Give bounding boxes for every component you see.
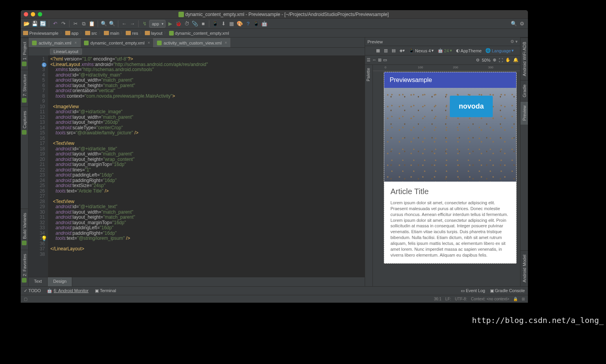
find-icon[interactable]: 🔍 [100, 20, 107, 27]
orientation-icon[interactable]: ◈▾ [398, 47, 406, 54]
settings-icon[interactable]: ⚙ [519, 20, 526, 27]
redo-icon[interactable]: ↷ [60, 20, 67, 27]
gear-icon[interactable]: ⚙ ▾ [510, 39, 518, 44]
preview-toolbar-1: ▦ ▥ ▤ ◈▾ 📱Nexus 4▾ 🤖24▾ ◐AppTheme 🌐Langu… [365, 46, 520, 55]
file-tab[interactable]: activity_with_custom_view.xml× [153, 38, 230, 47]
pan-hand-icon[interactable]: ✋ [505, 57, 511, 62]
tab-palette[interactable]: Palette [365, 65, 371, 84]
close-icon[interactable]: × [75, 41, 77, 45]
avd-icon[interactable]: 📱 [212, 20, 219, 27]
tab-favorites[interactable]: 2: Favorites [21, 250, 28, 286]
tab-build-variants[interactable]: Build Variants [21, 209, 28, 249]
tab-monitor[interactable]: 🤖 6: Android Monitor [47, 288, 88, 293]
tab-wifi-adb[interactable]: Android WiFi ADB [520, 37, 528, 80]
undo-icon[interactable]: ↶ [52, 20, 59, 27]
save-icon[interactable]: 💾 [31, 20, 38, 27]
inspect-icon[interactable]: ⊞ [522, 297, 525, 301]
hide-tool-icon[interactable]: ▢ [24, 297, 27, 301]
palette-rail: Palette [365, 65, 373, 286]
select-icon[interactable]: ☰ [367, 57, 371, 62]
viewport-icon[interactable]: ▦ [374, 47, 381, 54]
help-icon[interactable]: ? [244, 20, 251, 27]
code-content[interactable]: <?xml version="1.0" encoding="utf-8"?> <… [48, 55, 365, 277]
folder-icon [85, 31, 90, 35]
forward-icon[interactable]: → [129, 20, 136, 27]
crumb-item[interactable]: LinearLayout [50, 48, 82, 55]
tab-gradle-console[interactable]: ▣ Gradle Console [490, 288, 525, 293]
tab-gradle[interactable]: Gradle [520, 80, 528, 101]
viewport-icon[interactable]: ▥ [382, 47, 389, 54]
file-tab[interactable]: activity_main.xml× [29, 38, 80, 47]
open-icon[interactable]: 📂 [23, 20, 30, 27]
close-icon[interactable]: × [148, 41, 150, 45]
paste-icon[interactable]: 📋 [88, 20, 95, 27]
tool-icon[interactable]: ⊞ [378, 57, 381, 62]
api-combo[interactable]: 🤖24▾ [436, 47, 453, 54]
profile-icon[interactable]: ⏱ [183, 20, 190, 27]
tool-icon[interactable]: ▭ [383, 57, 387, 62]
build-icon[interactable]: ↯ [141, 20, 148, 27]
tab-todo[interactable]: ✓ TODO [24, 288, 41, 293]
breadcrumb-item[interactable]: app [65, 31, 78, 36]
tab-structure[interactable]: 7: Structure [21, 70, 28, 107]
sdk-icon[interactable]: ⬇ [220, 20, 227, 27]
device-icon[interactable]: 📱 [253, 20, 260, 27]
zoom-in-icon[interactable]: ⊕ [493, 57, 496, 62]
breadcrumb-item[interactable]: src [85, 31, 97, 36]
language-combo[interactable]: 🌐Language▾ [484, 47, 515, 54]
fit-icon[interactable]: ⛶ [499, 58, 503, 62]
cut-icon[interactable]: ✂ [72, 20, 79, 27]
breadcrumb-item[interactable]: Previewsample [23, 31, 59, 36]
tab-captures[interactable]: Captures [21, 107, 28, 139]
stop-icon[interactable]: ■ [200, 20, 207, 27]
code-editor[interactable]: C 💡 123456789101112131415161718192021222… [29, 55, 365, 277]
zoom-out-icon[interactable]: ⊖ [476, 57, 479, 62]
notify-icon[interactable]: 🔔 [513, 57, 519, 62]
tab-project[interactable]: 1: Project [21, 37, 28, 70]
watermark: http://blog.csdn.net/a_long_ [472, 316, 604, 325]
logo-banner: novoda [450, 96, 493, 117]
lock-icon[interactable]: 🔒 [513, 297, 518, 301]
xml-file-icon [169, 31, 174, 36]
intention-bulb-icon[interactable]: 💡 [41, 236, 46, 241]
breadcrumb-item[interactable]: res [126, 31, 138, 36]
back-icon[interactable]: ← [121, 20, 128, 27]
class-gutter-icon[interactable]: C [42, 62, 46, 67]
run-config-combo[interactable]: app [149, 20, 166, 28]
encoding[interactable]: UTF-8: [455, 297, 467, 301]
attach-icon[interactable]: 📎 [191, 20, 198, 27]
device-preview[interactable]: 0100200300 Previewsample novoda Article … [373, 65, 520, 286]
android-icon[interactable]: 🤖 [261, 20, 268, 27]
breadcrumb-item[interactable]: dynamic_content_empty.xml [169, 31, 229, 36]
tab-text[interactable]: Text [29, 277, 48, 286]
run-icon[interactable]: ▶ [167, 20, 174, 27]
replace-icon[interactable]: 🔍 [109, 20, 116, 27]
viewport-icon[interactable]: ▤ [390, 47, 397, 54]
sync-icon[interactable]: 🔄 [39, 20, 46, 27]
device-combo[interactable]: 📱Nexus 4▾ [407, 47, 435, 54]
close-icon[interactable] [24, 12, 28, 16]
debug-icon[interactable]: 🐞 [175, 20, 182, 27]
theme-icon[interactable]: 🎨 [236, 20, 243, 27]
zoom-level: 50% [482, 58, 490, 62]
right-tool-rail: Android WiFi ADB Gradle Preview Android … [520, 37, 528, 286]
tab-preview[interactable]: Preview [520, 101, 528, 125]
tab-event-log[interactable]: ▭ Event Log [461, 288, 485, 293]
layout-icon[interactable]: ▦ [228, 20, 235, 27]
line-ending[interactable]: LF: [446, 297, 451, 301]
breadcrumb-item[interactable]: layout [145, 31, 162, 36]
search-icon[interactable]: 🔍 [510, 20, 517, 27]
folder-icon [65, 31, 70, 35]
tab-terminal[interactable]: ▣ Terminal [95, 288, 116, 293]
pan-icon[interactable]: ↔ [372, 57, 376, 62]
context[interactable]: Context: <no context> [471, 297, 509, 301]
breadcrumb-item[interactable]: main [104, 31, 119, 36]
close-icon[interactable]: × [225, 41, 227, 45]
file-tab[interactable]: dynamic_content_empty.xml× [80, 38, 153, 47]
maximize-icon[interactable] [38, 12, 42, 16]
tab-design[interactable]: Design [48, 277, 72, 286]
tab-android-model[interactable]: Android Model [520, 250, 528, 286]
minimize-icon[interactable] [31, 12, 35, 16]
theme-combo[interactable]: ◐AppTheme [454, 47, 483, 54]
copy-icon[interactable]: ⧉ [80, 20, 87, 27]
